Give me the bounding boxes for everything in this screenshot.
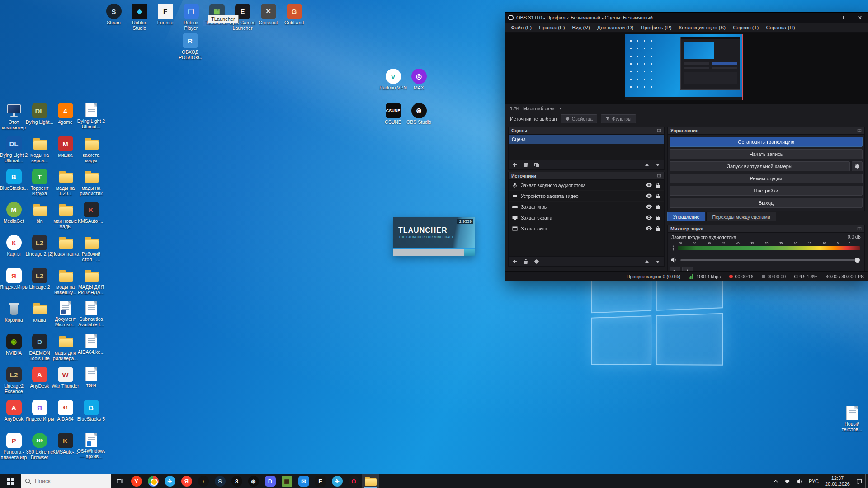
desktop-icon-lineage2-essence[interactable]: L2Lineage2 Essence <box>1 367 27 400</box>
dock-popout-icon[interactable] <box>857 128 862 133</box>
settings-button[interactable]: Настройки <box>670 186 863 196</box>
desktop-icon-radmin-vpn[interactable]: VRadmin VPN <box>380 69 406 103</box>
start-button[interactable] <box>0 474 21 488</box>
desktop-icon-gribland[interactable]: GGribLand <box>281 4 307 31</box>
desktop-icon-новая-папка[interactable]: Новая папка <box>52 235 78 268</box>
add-scene-button[interactable] <box>512 162 518 168</box>
desktop-icon-roblox-player[interactable]: ▢Roblox Player <box>178 4 204 31</box>
desktop-icon-steam[interactable]: SSteam <box>101 4 127 31</box>
desktop-icon-мады-для-риливера[interactable]: мады для риливера... <box>52 334 78 367</box>
tab-scene-transitions[interactable]: Переходы между сценами <box>706 212 776 221</box>
move-scene-up-button[interactable] <box>644 162 650 168</box>
taskbar-app-yandex-browser[interactable]: Y <box>128 474 145 488</box>
desktop-icon-яндекс-игры[interactable]: ЯЯндекс.Игры <box>1 268 27 301</box>
menu-edit[interactable]: Правка (E) <box>535 23 568 33</box>
menu-scene-collection[interactable]: Коллекция сцен (S) <box>675 23 730 33</box>
source-row[interactable]: Захват игры <box>509 202 664 212</box>
desktop-icon-aida64[interactable]: 64AIDA64 <box>52 400 78 433</box>
desktop-icon-nvidia[interactable]: ◉NVIDIA <box>1 334 27 367</box>
task-view-button[interactable] <box>111 474 128 488</box>
move-source-down-button[interactable] <box>655 259 660 264</box>
scene-item[interactable]: Сцена <box>509 135 664 144</box>
eye-icon[interactable] <box>646 182 652 188</box>
desktop-icon-карты[interactable]: ККарты <box>1 235 27 268</box>
search-input[interactable] <box>35 478 98 484</box>
desktop-icon-bin[interactable]: bin <box>27 202 52 235</box>
taskbar-app-mail[interactable]: ✉ <box>295 474 312 488</box>
taskbar-app-file-explorer[interactable] <box>362 474 379 488</box>
taskbar-app-steam[interactable]: S <box>212 474 228 488</box>
desktop-icon-этот-компьютер[interactable]: Этот компьютер <box>1 103 27 136</box>
desktop-icon-mediaget[interactable]: MMediaGet <box>1 202 27 235</box>
desktop-icon-dying-light[interactable]: DLDying Light... <box>27 103 52 136</box>
language-indicator[interactable]: РУС <box>806 474 822 488</box>
source-row[interactable]: Захват экрана <box>509 212 664 223</box>
desktop-icon-war-thunder[interactable]: WWar Thunder <box>52 367 78 400</box>
source-properties-button[interactable] <box>534 259 539 264</box>
desktop-icon-4game[interactable]: 44game <box>52 103 78 136</box>
remove-scene-button[interactable] <box>523 162 528 168</box>
tab-controls[interactable]: Управление <box>667 212 705 221</box>
eye-icon[interactable] <box>646 204 652 210</box>
taskbar-app-discord[interactable]: D <box>262 474 278 488</box>
lock-icon[interactable] <box>655 215 660 221</box>
taskbar-app-opera-gx[interactable]: O <box>345 474 362 488</box>
dock-popout-icon[interactable] <box>657 174 661 178</box>
obs-preview-area[interactable] <box>505 33 868 104</box>
desktop-icon-яндекс-игры[interactable]: ЯЯндекс.Игры <box>27 400 52 433</box>
taskbar-search[interactable] <box>21 474 111 488</box>
desktop-icon-рабочий-стол[interactable]: Рабочий стол - ... <box>78 235 104 268</box>
taskbar-app-yandex-music[interactable]: ♪ <box>195 474 212 488</box>
mixer-options-icon[interactable] <box>670 245 676 251</box>
properties-button[interactable]: Свойства <box>561 114 597 123</box>
clock[interactable]: 12:37 20.01.2026 <box>822 474 853 488</box>
desktop-icon-документ-microso[interactable]: Документ Microso... <box>52 301 78 334</box>
desktop-icon-новый-текстов[interactable]: Новый текстов... <box>839 406 865 432</box>
tray-expand-button[interactable] <box>770 474 781 488</box>
virtual-camera-settings-button[interactable] <box>852 161 863 171</box>
remove-source-button[interactable] <box>523 259 528 264</box>
taskbar-app-minecraft[interactable]: ▦ <box>278 474 295 488</box>
desktop-icon-моды-на-верси[interactable]: моды на верси... <box>27 136 52 169</box>
desktop-icon-kmsauto[interactable]: KKMSAuto+... <box>78 202 104 235</box>
desktop-icon-bluestacks-5[interactable]: BBlueStacks 5 <box>78 400 104 433</box>
desktop-icon-мады-на-1-20-1[interactable]: мады на 1.20.1 <box>52 169 78 202</box>
desktop-icon-anydesk[interactable]: AAnyDesk <box>1 400 27 433</box>
desktop-icon-anydesk[interactable]: AAnyDesk <box>27 367 52 400</box>
lock-icon[interactable] <box>655 226 660 231</box>
desktop-icon-торрент-игруха[interactable]: TТоррент Игруха <box>27 169 52 202</box>
desktop-icon-roblox-studio[interactable]: ◆Roblox Studio <box>127 4 152 31</box>
studio-mode-button[interactable]: Режим студии <box>670 174 863 183</box>
lock-icon[interactable] <box>655 193 660 199</box>
dock-popout-icon[interactable] <box>657 128 661 133</box>
eye-icon[interactable] <box>646 225 652 231</box>
desktop-icon-csune[interactable]: CSUNECSUNE <box>380 103 406 137</box>
desktop-icon-fortnite[interactable]: FFortnite <box>152 4 178 31</box>
exit-button[interactable]: Выход <box>670 198 863 208</box>
volume-icon[interactable] <box>793 474 806 488</box>
menu-docks[interactable]: Док-панели (D) <box>594 23 637 33</box>
taskbar-app-yandex-start[interactable]: Я <box>178 474 195 488</box>
volume-slider-handle[interactable] <box>855 258 860 263</box>
desktop-icon-моды-на-навешку[interactable]: моды на навешку... <box>52 268 78 301</box>
desktop-icon-мишка[interactable]: Ммишка <box>52 136 78 169</box>
start-record-button[interactable]: Начать запись <box>670 149 863 159</box>
filters-button[interactable]: Фильтры <box>601 114 636 123</box>
speaker-icon[interactable] <box>670 257 677 263</box>
desktop-icon-мады-на-риалистик[interactable]: мады на риалистик <box>78 169 104 202</box>
menu-help[interactable]: Справка (H) <box>762 23 798 33</box>
desktop-icon-aida64-ke[interactable]: AIDA64.ke... <box>78 334 104 367</box>
desktop-icon-obs-studio[interactable]: ⊛OBS Studio <box>406 103 432 137</box>
lock-icon[interactable] <box>655 204 660 210</box>
desktop-icon-pandora-планета-игр[interactable]: PPandora - планета игр <box>1 433 27 466</box>
source-row[interactable]: Захват входного аудиопотока <box>509 180 664 191</box>
desktop-icon-daemon-tools-lite[interactable]: DDAEMON Tools Lite <box>27 334 52 367</box>
add-source-button[interactable] <box>512 259 518 264</box>
desktop-icon-какиета-мады[interactable]: какиета мады <box>78 136 104 169</box>
taskbar-app-chrome[interactable] <box>145 474 161 488</box>
eye-icon[interactable] <box>646 193 652 199</box>
menu-view[interactable]: Вид (V) <box>569 23 594 33</box>
desktop-icon-твич[interactable]: твич <box>78 367 104 400</box>
obs-titlebar[interactable]: OBS 31.0.0 - Профиль: Безымянный - Сцены… <box>505 13 868 23</box>
desktop-icon-мады-для-риванда[interactable]: МАДЫ ДЛЯ РИВАНДА... <box>78 268 104 301</box>
